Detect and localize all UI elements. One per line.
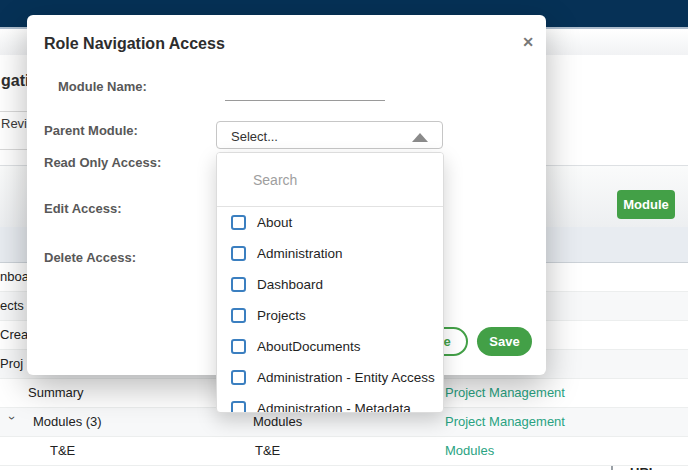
read-only-access-label: Read Only Access: xyxy=(44,155,161,170)
dropdown-option[interactable]: Projects xyxy=(217,301,443,332)
row-name-partial: Proj xyxy=(0,356,23,371)
parent-module-select[interactable]: Select... xyxy=(216,121,443,149)
checkbox-icon[interactable] xyxy=(231,401,246,413)
search-input[interactable] xyxy=(217,153,443,207)
dropdown-option[interactable]: Administration xyxy=(217,239,443,270)
row-name-partial: nboa xyxy=(0,269,29,284)
modal-title: Role Navigation Access xyxy=(44,35,225,53)
option-label: AboutDocuments xyxy=(257,339,361,354)
close-icon[interactable]: ✕ xyxy=(519,33,537,51)
screen: gati Revie Module URL nboa ects Crea Pro… xyxy=(0,0,688,470)
dropdown-option-list: About Administration Dashboard Projects … xyxy=(217,208,443,413)
save-button[interactable]: Save xyxy=(477,327,532,356)
row-name: Modules (3) xyxy=(33,414,102,429)
row-parent-link[interactable]: Project Management xyxy=(445,385,565,400)
row-name: T&E xyxy=(50,443,75,458)
row-parent-link[interactable]: Modules xyxy=(445,443,494,458)
delete-access-label: Delete Access: xyxy=(44,250,136,265)
dropdown-option[interactable]: Administration - Metadata xyxy=(217,394,443,413)
row-name-partial: Crea xyxy=(0,327,28,342)
table-row[interactable]: T&E T&E Modules xyxy=(0,437,688,466)
option-label: Dashboard xyxy=(257,277,323,292)
page-title-partial: gati xyxy=(1,72,29,90)
parent-module-label: Parent Module: xyxy=(44,123,138,138)
row-name-partial: ects xyxy=(0,298,24,313)
row-module: Modules xyxy=(253,414,302,429)
option-label: Administration - Metadata xyxy=(257,401,411,413)
option-label: Projects xyxy=(257,308,306,323)
checkbox-icon[interactable] xyxy=(231,370,246,385)
row-parent-link[interactable]: Project Management xyxy=(445,414,565,429)
module-name-input[interactable] xyxy=(225,83,385,101)
subnav-divider xyxy=(0,149,27,150)
dropdown-option[interactable]: AboutDocuments xyxy=(217,332,443,363)
parent-module-dropdown: About Administration Dashboard Projects … xyxy=(216,152,444,413)
option-label: Administration xyxy=(257,246,343,261)
option-label: Administration - Entity Access xyxy=(257,370,435,385)
checkbox-icon[interactable] xyxy=(231,339,246,354)
option-label: About xyxy=(257,215,292,230)
dropdown-option[interactable]: Administration - Entity Access xyxy=(217,363,443,394)
row-module: T&E xyxy=(255,443,280,458)
chevron-down-icon[interactable]: › xyxy=(5,416,19,428)
checkbox-icon[interactable] xyxy=(231,215,246,230)
checkbox-icon[interactable] xyxy=(231,308,246,323)
caret-up-icon xyxy=(412,133,428,142)
row-name: Summary xyxy=(28,385,84,400)
checkbox-icon[interactable] xyxy=(231,246,246,261)
module-button[interactable]: Module xyxy=(617,190,675,219)
checkbox-icon[interactable] xyxy=(231,277,246,292)
dropdown-option[interactable]: Dashboard xyxy=(217,270,443,301)
dropdown-option[interactable]: About xyxy=(217,208,443,239)
edit-access-label: Edit Access: xyxy=(44,201,122,216)
select-value: Select... xyxy=(231,129,278,144)
header-divider xyxy=(0,111,27,112)
module-name-label: Module Name: xyxy=(58,79,147,94)
